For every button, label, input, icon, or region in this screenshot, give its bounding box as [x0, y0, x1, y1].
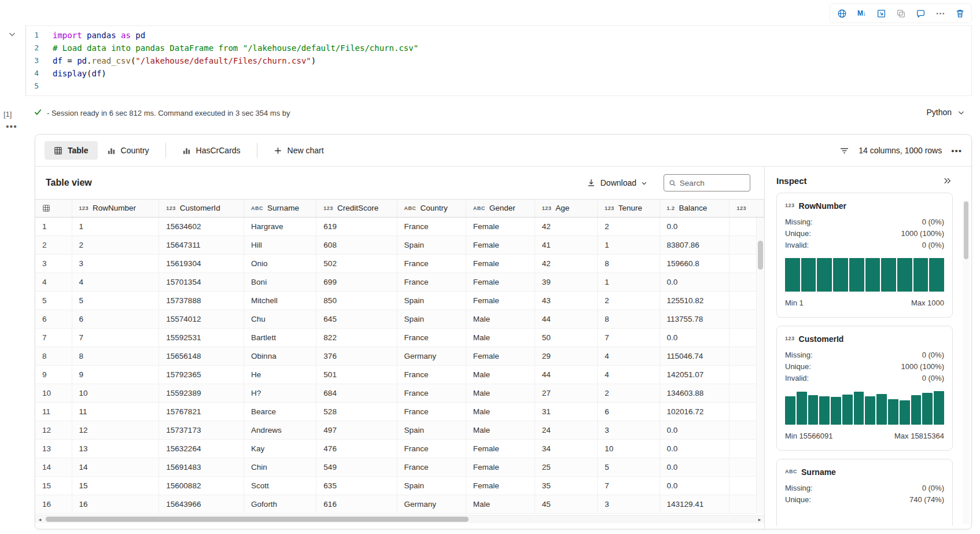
- column-header-rownumber[interactable]: 123RowNumber: [72, 200, 159, 217]
- comment-icon[interactable]: [912, 6, 929, 21]
- more-commands-icon[interactable]: [932, 6, 948, 21]
- column-header-surname[interactable]: ABCSurname: [244, 200, 316, 217]
- table-cell: 115046.74: [660, 347, 730, 365]
- column-header[interactable]: 123: [730, 200, 764, 217]
- table-horizontal-scrollbar[interactable]: ◂ ▸: [35, 515, 764, 523]
- table-cell: 4: [72, 272, 159, 291]
- column-type-icon: 123: [166, 205, 176, 211]
- column-header-tenure[interactable]: 123Tenure: [598, 200, 660, 217]
- table-cell: 27: [535, 384, 597, 402]
- table-cell: 15632264: [159, 439, 244, 458]
- histogram-bar: [842, 395, 853, 425]
- search-icon: [669, 179, 676, 187]
- table-cell: 1: [598, 235, 660, 254]
- table-cell: 3: [72, 254, 159, 272]
- results-more-icon[interactable]: •••: [951, 146, 962, 156]
- table-cell: Female: [466, 476, 535, 495]
- table-cell: Spain: [397, 476, 466, 495]
- table-cell: 39: [535, 272, 597, 291]
- tab-label: Country: [121, 146, 149, 155]
- table-cell: France: [397, 272, 466, 291]
- table-cell: 5: [72, 291, 159, 310]
- column-name: Country: [421, 204, 448, 212]
- column-type-icon: 123: [605, 205, 614, 211]
- table-vertical-scrollbar-thumb[interactable]: [758, 241, 763, 270]
- tab-hascrcards[interactable]: HasCrCards: [173, 141, 250, 160]
- histogram-bar: [849, 258, 864, 292]
- scroll-right-arrow-icon[interactable]: ▸: [755, 515, 764, 524]
- filter-icon[interactable]: [839, 146, 849, 156]
- column-header-balance[interactable]: 1.2Balance: [660, 200, 730, 217]
- data-table: 123RowNumber123CustomerIdABCSurname123Cr…: [35, 200, 764, 514]
- code-line: 4display(df): [26, 67, 971, 80]
- download-button[interactable]: Download: [587, 178, 647, 187]
- select-frame-icon[interactable]: [873, 6, 889, 21]
- code-line: 3df = pd.read_csv("/lakehouse/default/Fi…: [26, 54, 971, 67]
- chevron-down-icon: [957, 109, 965, 116]
- stat-label: Missing:: [785, 483, 813, 494]
- table-cell: 43: [535, 291, 597, 310]
- column-header-country[interactable]: ABCCountry: [397, 200, 466, 217]
- column-header-age[interactable]: 123Age: [535, 200, 597, 217]
- tab-table[interactable]: Table: [45, 141, 98, 160]
- column-type-icon: 1.2: [667, 205, 675, 211]
- table-cell: 125510.82: [660, 291, 730, 310]
- table-cell: France: [397, 458, 466, 476]
- table-cell: 635: [316, 476, 397, 495]
- column-name: Gender: [489, 204, 515, 212]
- table-vertical-scrollbar[interactable]: [756, 218, 764, 514]
- table-cell: 15634602: [159, 217, 244, 235]
- table-cell: Spain: [397, 291, 466, 310]
- row-index-cell: 4: [35, 272, 72, 291]
- language-selector[interactable]: Python: [926, 108, 965, 117]
- table-cell: 4: [598, 365, 660, 384]
- table-cell: Chu: [244, 310, 316, 328]
- table-cell: 143129.41: [660, 495, 730, 513]
- download-icon: [587, 178, 596, 187]
- cell-more-options[interactable]: •••: [6, 121, 17, 132]
- histogram-bar: [929, 258, 944, 292]
- table-cell: Obinna: [244, 347, 316, 365]
- histogram-bar: [934, 391, 944, 425]
- table-cell: 50: [535, 328, 597, 347]
- scroll-left-arrow-icon[interactable]: ◂: [35, 515, 45, 524]
- table-row: 111115767821Bearce528FranceMale316102016…: [35, 402, 764, 421]
- code-editor[interactable]: 1import pandas as pd2# Load data into pa…: [25, 25, 972, 96]
- cell-status-row: - Session ready in 6 sec 812 ms. Command…: [34, 108, 290, 119]
- column-header-customerid[interactable]: 123CustomerId: [159, 200, 244, 217]
- code-text: import pandas as pd: [53, 29, 145, 42]
- search-input[interactable]: [680, 179, 745, 187]
- table-cell: Bearce: [244, 402, 316, 421]
- tab-country[interactable]: Country: [98, 141, 159, 160]
- column-header-creditscore[interactable]: 123CreditScore: [316, 200, 397, 217]
- collapse-inspect-icon[interactable]: [943, 176, 952, 185]
- table-cell: 1: [598, 272, 660, 291]
- tab-new-chart[interactable]: New chart: [264, 141, 333, 160]
- markdown-icon[interactable]: M↓: [853, 6, 870, 21]
- inspect-scrollbar[interactable]: [963, 200, 970, 524]
- table-cell: 15643966: [159, 495, 244, 513]
- stat-label: Invalid:: [785, 373, 809, 384]
- success-check-icon: [34, 108, 42, 119]
- table-cell: 15737888: [159, 291, 244, 310]
- table-row: 141415691483Chin549FranceFemale2550.0: [35, 458, 764, 476]
- table-cell: 376: [316, 347, 397, 365]
- results-body: Table view Download 123: [35, 167, 971, 529]
- duplicate-cell-icon[interactable]: [893, 6, 909, 21]
- row-index-cell: 6: [35, 310, 72, 328]
- column-header-gender[interactable]: ABCGender: [466, 200, 535, 217]
- column-type-icon: 123: [785, 202, 795, 208]
- table-cell: 44: [535, 365, 597, 384]
- stat-row: Missing:0 (0%): [785, 483, 944, 494]
- delete-cell-icon[interactable]: [952, 6, 968, 21]
- inspect-scrollbar-thumb[interactable]: [964, 201, 968, 259]
- histogram-bar: [833, 258, 848, 292]
- collapse-cell-chevron-icon[interactable]: [6, 28, 19, 40]
- column-type-icon: 123: [542, 205, 552, 211]
- environment-icon[interactable]: [834, 6, 850, 21]
- histogram-bar: [785, 258, 800, 292]
- table-cell: Scott: [244, 476, 316, 495]
- table-row: 4415701354Boni699FranceFemale3910.0: [35, 272, 764, 291]
- table-horizontal-scrollbar-thumb[interactable]: [46, 517, 469, 522]
- code-text: # Load data into pandas DataFrame from "…: [53, 42, 418, 54]
